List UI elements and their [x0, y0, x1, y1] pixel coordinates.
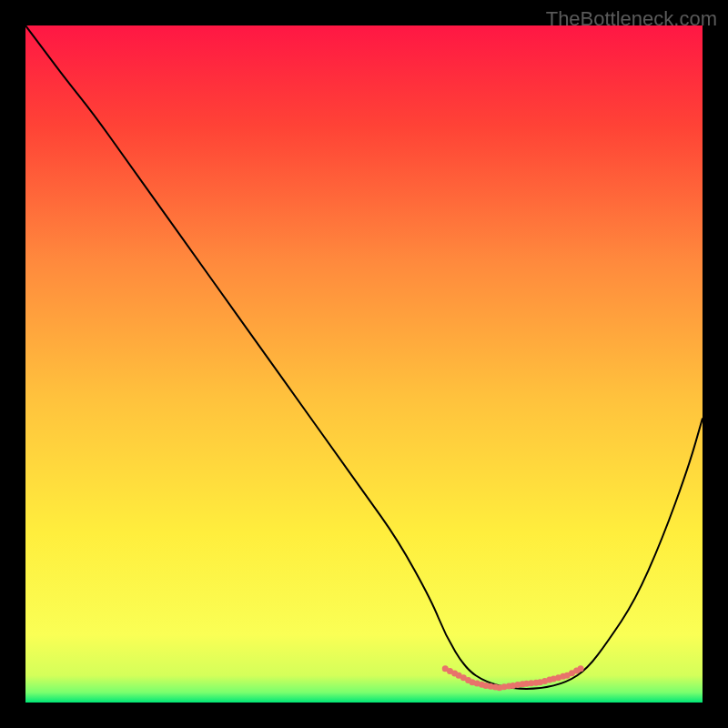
plot-area — [25, 25, 703, 703]
watermark-text: TheBottleneck.com — [546, 7, 717, 31]
svg-point-31 — [578, 665, 584, 672]
curve-layer — [25, 25, 703, 703]
bottleneck-curve-path — [25, 25, 703, 689]
optimal-range-dots — [442, 665, 584, 691]
chart-container: TheBottleneck.com — [0, 0, 728, 728]
